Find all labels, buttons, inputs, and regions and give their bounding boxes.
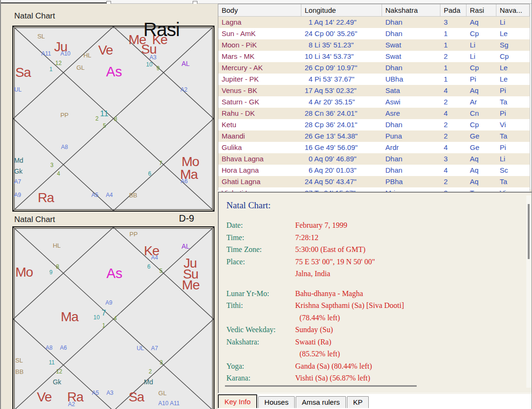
- key-info-row: Lunar Yr-Mo:Bahu-dhanya - Magha: [226, 288, 511, 300]
- navamsa-chart-corner-label: D-9: [179, 213, 194, 224]
- column-header-nava[interactable]: Nava...: [496, 4, 530, 16]
- cell-nava: Ta: [496, 130, 530, 142]
- cell-pada: 4: [440, 142, 467, 153]
- cell-pada: 4: [440, 165, 467, 176]
- key-info-horizontal-scrollbar-thumb[interactable]: [225, 385, 417, 387]
- cell-rasi: Aq: [467, 17, 496, 28]
- tab-houses[interactable]: Houses: [258, 396, 295, 408]
- app-window: Natal Chart Rasi SLJuA11A10121HLGLVeAsMe…: [0, 0, 532, 409]
- cell-longitude: 4 Pi 53' 37.67": [301, 74, 382, 85]
- rasi-chart[interactable]: SLJuA11A10121HLGLVeAsMeKeSuA3109ALA2SaUL…: [12, 26, 215, 212]
- tab-amsa-rulers[interactable]: Amsa rulers: [296, 396, 346, 408]
- chart-label-6: 6: [147, 264, 150, 270]
- navamsa-chart[interactable]: PPHLKeA4ALMo98As65JuSuMeA9Ma10741A8A6ULA…: [12, 226, 215, 409]
- tab-kp[interactable]: KP: [347, 396, 369, 408]
- cell-pada: 1: [440, 39, 467, 51]
- table-row[interactable]: Ketu28 Cp 36' 24.01"Dhan2CpVi: [218, 119, 530, 130]
- cell-nakshatra: Dhan: [382, 119, 440, 130]
- planet-table-header[interactable]: BodyLongitudeNakshatraPadaRasiNava...: [218, 4, 530, 17]
- chart-label-10: 10: [146, 62, 152, 67]
- chart-label-a4: A4: [151, 255, 158, 260]
- chart-label-a5: A5: [92, 390, 99, 396]
- chart-label-as: As: [106, 65, 122, 79]
- column-header-longitude[interactable]: Longitude: [301, 4, 382, 16]
- table-row[interactable]: Rahu - DK28 Cn 36' 24.01"Asre4CnPi: [218, 108, 530, 119]
- column-header-rasi[interactable]: Rasi: [467, 4, 496, 16]
- cell-nakshatra: PBha: [382, 176, 440, 187]
- table-row[interactable]: Saturn - GK 4 Ar 20' 35.15"Aswi2ArTa: [218, 96, 530, 108]
- key-info-label: Time:: [226, 232, 295, 244]
- cell-pada: 1: [440, 62, 467, 74]
- cell-longitude: 10 Li 34' 53.73": [301, 51, 382, 62]
- cell-nava: Li: [496, 17, 530, 28]
- chart-label-gk: Gk: [14, 168, 23, 175]
- chart-label-al: AL: [181, 60, 189, 67]
- chart-label-3: 3: [159, 360, 163, 365]
- table-row[interactable]: Bhava Lagna 0 Aq 09' 46.89"Dhan3AqLi: [218, 153, 530, 165]
- column-header-nakshatra[interactable]: Nakshatra: [382, 4, 440, 16]
- key-info-label: Lunar Yr-Mo:: [226, 288, 295, 300]
- cell-body: Bhava Lagna: [218, 153, 301, 165]
- table-row[interactable]: Hora Lagna 6 Aq 20' 01.03"Dhan4AqSc: [218, 165, 530, 176]
- column-header-body[interactable]: Body: [218, 4, 301, 16]
- chart-label-gl: GL: [76, 65, 84, 71]
- chart-label-a3: A3: [106, 390, 113, 396]
- cell-longitude: 17 Aq 53' 02.32": [301, 85, 382, 96]
- table-row[interactable]: Sun - AmK24 Cp 00' 35.26"Dhan1CpLe: [218, 28, 530, 39]
- rasi-chart-title: Natal Chart: [14, 11, 55, 21]
- chart-label-11: 11: [49, 360, 55, 365]
- key-info-value: 75 E 53' 00", 19 N 50' 00": [295, 256, 375, 268]
- key-info-value: 5:30:00 (East of GMT): [295, 243, 365, 256]
- cell-rasi: Ge: [467, 130, 496, 142]
- chart-label-9: 9: [157, 65, 160, 71]
- cell-rasi: Li: [467, 51, 496, 62]
- chart-label-2: 2: [95, 116, 99, 121]
- column-header-pada[interactable]: Pada: [440, 4, 467, 16]
- window-top-strip: [1, 0, 532, 4]
- key-info-label: [226, 348, 295, 360]
- chart-label-a9: A9: [105, 300, 112, 306]
- key-info-label: Time Zone:: [226, 243, 295, 256]
- charts-panel: Natal Chart Rasi SLJuA11A10121HLGLVeAsMe…: [1, 4, 217, 409]
- table-row[interactable]: Mars - MK10 Li 34' 53.73"Swat2LiCp: [218, 51, 530, 62]
- chart-label-mo: Mo: [15, 266, 33, 279]
- tab-key-info[interactable]: Key Info: [218, 394, 257, 408]
- cell-body: Ghati Lagna: [218, 176, 301, 187]
- table-row[interactable]: Mercury - AK26 Cp 09' 10.97"Dhan1CpLe: [218, 62, 530, 74]
- key-info-value: Ganda (Sa) (80.44% left): [295, 360, 372, 372]
- key-info-row: Nakshatra:Swaati (Ra): [226, 336, 511, 348]
- chart-label-gk: Gk: [53, 379, 61, 385]
- key-info-vertical-scrollbar-thumb[interactable]: [528, 204, 530, 259]
- key-info-label: Date:: [226, 219, 295, 232]
- chart-label-a3: A3: [149, 55, 157, 60]
- chart-label-a2: A2: [180, 87, 187, 93]
- table-row[interactable]: Lagna 1 Aq 14' 22.49"Dhan3AqLi: [218, 17, 530, 28]
- cell-nava: Le: [496, 74, 530, 85]
- key-info-value: Vishti (Sa) (56.87% left): [295, 372, 370, 384]
- cell-rasi: Ge: [467, 142, 496, 153]
- chart-label-a5: A5: [92, 192, 99, 198]
- cell-pada: 2: [440, 119, 467, 130]
- cell-rasi: Cp: [467, 28, 496, 39]
- table-row[interactable]: Gulika16 Ge 49' 56.09"Ardr4GePi: [218, 142, 530, 153]
- table-row[interactable]: Maandi26 Ge 13' 54.38"Puna2GeTa: [218, 130, 530, 142]
- key-info-label: [226, 312, 295, 324]
- table-row[interactable]: Venus - BK17 Aq 53' 02.32"Sata4AqPi: [218, 85, 530, 96]
- chart-label-as: As: [106, 267, 122, 280]
- key-info-row: Yoga:Ganda (Sa) (80.44% left): [226, 360, 511, 372]
- planet-table[interactable]: BodyLongitudeNakshatraPadaRasiNava... La…: [218, 4, 530, 190]
- key-info-label: Yoga:: [226, 360, 295, 372]
- table-row[interactable]: Jupiter - PK 4 Pi 53' 37.67"UBha1PiLe: [218, 74, 530, 85]
- chart-label-a8: A8: [61, 144, 68, 150]
- cell-rasi: Cp: [467, 62, 496, 74]
- cell-longitude: 26 Cp 09' 10.97": [301, 62, 382, 74]
- chart-label-3: 3: [50, 162, 54, 168]
- cell-body: Mercury - AK: [218, 62, 301, 74]
- table-row[interactable]: Ghati Lagna24 Aq 50' 43.47"PBha2AqTa: [218, 176, 530, 187]
- cell-longitude: 28 Cn 36' 24.01": [301, 108, 382, 119]
- table-row[interactable]: Moon - PiK 8 Li 35' 51.23"Swat1LiSg: [218, 39, 530, 51]
- key-info-row: Tithi:Krishna Sapthami (Sa) [Siva Dooti]: [226, 299, 511, 312]
- cell-nakshatra: Dhan: [382, 17, 440, 28]
- key-info-vertical-scrollbar[interactable]: [526, 195, 531, 388]
- rasi-chart-corner-label: Rasi: [143, 19, 179, 40]
